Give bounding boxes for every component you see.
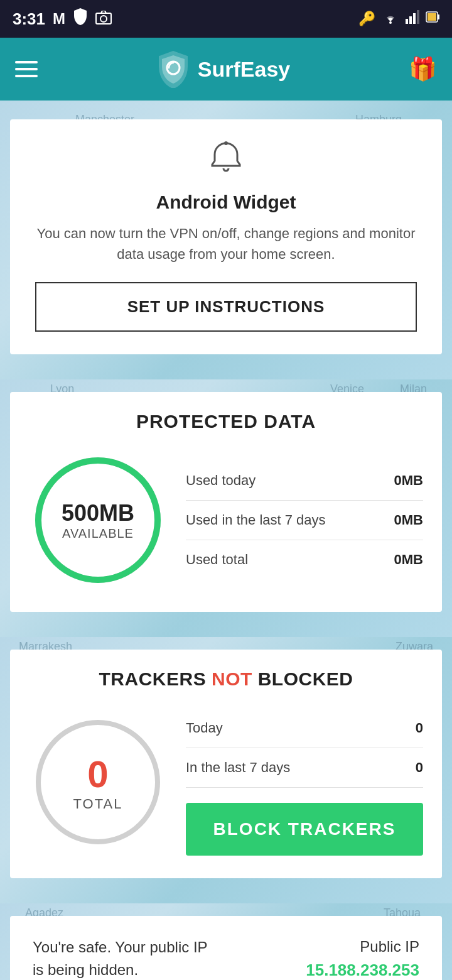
- trackers-title-not: NOT: [212, 668, 252, 689]
- key-icon: 🔑: [358, 11, 375, 27]
- gift-button[interactable]: 🎁: [409, 56, 437, 82]
- android-widget-card: Android Widget You can now turn the VPN …: [10, 119, 442, 354]
- widget-title: Android Widget: [35, 192, 417, 213]
- stat-value-7days: 0MB: [394, 512, 423, 528]
- shield-icon: [73, 8, 88, 30]
- android-widget-section: Manchester Hamburg Birmingham Berlin Par…: [0, 101, 452, 379]
- time-display: 3:31: [13, 9, 45, 29]
- data-circle: 500MB AVAILABLE: [29, 451, 167, 589]
- protected-data-title: PROTECTED DATA: [29, 411, 423, 432]
- ip-safe-message: You're safe. Your public IP is being hid…: [33, 936, 221, 980]
- svg-point-11: [224, 141, 228, 145]
- surfeasy-logo-icon: [156, 50, 190, 88]
- svg-rect-9: [428, 13, 436, 21]
- setup-instructions-button[interactable]: SET UP INSTRUCTIONS: [35, 282, 417, 332]
- tracker-value-today: 0: [416, 720, 423, 736]
- trackers-section: Marrakesh Zuwara TRACKERS NOT BLOCKED 0 …: [0, 637, 452, 903]
- tracker-circle: 0 TOTAL: [29, 713, 167, 851]
- svg-point-1: [100, 16, 107, 22]
- ip-address: 15.188.238.253: [306, 961, 419, 980]
- stat-value-total: 0MB: [394, 552, 423, 568]
- gmail-icon: M: [53, 10, 65, 28]
- stat-value-today: 0MB: [394, 472, 423, 489]
- tracker-total-number: 0: [73, 753, 123, 796]
- app-name: SurfEasy: [198, 57, 290, 82]
- tracker-stat-7days: In the last 7 days 0: [186, 748, 423, 788]
- tracker-label-7days: In the last 7 days: [186, 760, 290, 776]
- tracker-value-7days: 0: [416, 760, 423, 776]
- tracker-label-today: Today: [186, 720, 223, 736]
- status-bar: 3:31 M 🔑: [0, 0, 452, 38]
- stat-row-total: Used total 0MB: [186, 540, 423, 579]
- available-amount: 500MB: [62, 500, 134, 526]
- tracker-total-label: TOTAL: [73, 796, 123, 812]
- stat-label-total: Used total: [186, 552, 248, 568]
- ip-info: Public IP 15.188.238.253: [306, 938, 419, 980]
- trackers-card: TRACKERS NOT BLOCKED 0 TOTAL Today 0 In …: [10, 650, 442, 878]
- available-label: AVAILABLE: [62, 526, 134, 541]
- wifi-icon: [382, 10, 399, 28]
- ip-section: Agadez Tahoua You're safe. Your public I…: [0, 903, 452, 980]
- trackers-title: TRACKERS NOT BLOCKED: [29, 668, 423, 690]
- bell-icon: [35, 139, 417, 182]
- stat-row-today: Used today 0MB: [186, 461, 423, 501]
- data-content: 500MB AVAILABLE Used today 0MB Used in t…: [29, 451, 423, 589]
- svg-rect-6: [417, 10, 419, 24]
- tracker-stat-today: Today 0: [186, 709, 423, 748]
- menu-button[interactable]: [15, 61, 38, 77]
- protected-data-card: PROTECTED DATA 500MB AVAILABLE Used toda…: [10, 392, 442, 612]
- logo-container: SurfEasy: [156, 50, 290, 88]
- svg-rect-8: [438, 14, 439, 19]
- camera-icon: [95, 9, 112, 29]
- app-header: SurfEasy 🎁: [0, 38, 452, 101]
- ip-label: Public IP: [306, 938, 419, 956]
- tracker-stats: Today 0 In the last 7 days 0 BLOCK TRACK…: [186, 709, 423, 856]
- signal-icon: [406, 10, 419, 28]
- stat-row-7days: Used in the last 7 days 0MB: [186, 501, 423, 540]
- widget-description: You can now turn the VPN on/off, change …: [35, 223, 417, 264]
- protected-data-section: Lyon Milan Venice PROTECTED DATA 500MB A…: [0, 379, 452, 637]
- svg-point-2: [389, 21, 392, 24]
- svg-rect-3: [406, 19, 408, 24]
- svg-rect-4: [409, 16, 412, 24]
- battery-icon: [426, 10, 439, 28]
- block-trackers-button[interactable]: BLOCK TRACKERS: [186, 803, 423, 856]
- trackers-title-part1: TRACKERS: [99, 668, 212, 689]
- usage-stats: Used today 0MB Used in the last 7 days 0…: [186, 461, 423, 579]
- ip-card: You're safe. Your public IP is being hid…: [10, 916, 442, 980]
- trackers-title-part2: BLOCKED: [252, 668, 353, 689]
- trackers-content: 0 TOTAL Today 0 In the last 7 days 0 BLO…: [29, 709, 423, 856]
- svg-rect-5: [413, 13, 416, 24]
- stat-label-today: Used today: [186, 472, 256, 489]
- stat-label-7days: Used in the last 7 days: [186, 512, 326, 528]
